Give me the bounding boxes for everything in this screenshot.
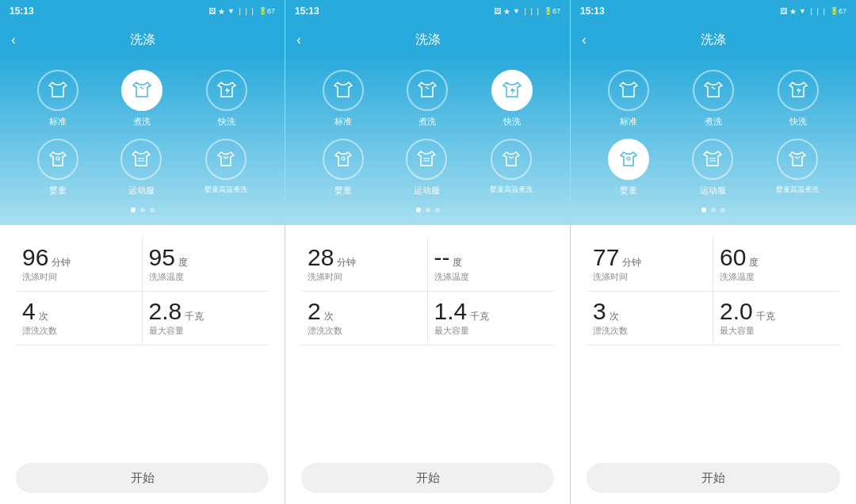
- shirt-icon: [416, 79, 438, 101]
- mode-item-婴童[interactable]: 婴童: [323, 139, 364, 197]
- mode-icon-wrap: [777, 139, 818, 180]
- stat-unit: 度: [178, 256, 188, 269]
- mode-icon-wrap: [608, 139, 649, 180]
- mode-item-快洗[interactable]: 快洗: [491, 70, 533, 128]
- stat-number: 3: [593, 300, 606, 323]
- mode-label: 婴童: [620, 185, 637, 197]
- stat-label: 最大容量: [149, 325, 263, 337]
- start-button-wrapper: 开始: [571, 455, 856, 504]
- stat-label: 洗涤时间: [593, 271, 706, 283]
- modes-row-2: 婴童运动服婴童高温煮洗: [301, 139, 554, 197]
- page-dot-2: [720, 208, 725, 212]
- mode-icon-wrap: [323, 70, 364, 111]
- mode-label: 婴童高温煮洗: [776, 185, 819, 195]
- stat-unit: 度: [749, 256, 759, 269]
- mode-item-婴童高温煮洗[interactable]: 婴童高温煮洗: [490, 139, 533, 197]
- stat-unit: 千克: [756, 310, 775, 323]
- page-title: 洗涤: [415, 32, 441, 48]
- page-dot-0: [416, 208, 421, 212]
- mode-item-煮洗[interactable]: 煮洗: [693, 70, 734, 128]
- status-bar: 15:13 🖼 ★ ▼ ❘❘❘ 🔋67: [0, 0, 285, 22]
- stat-label: 洗涤温度: [720, 271, 834, 283]
- page-dot-0: [701, 208, 706, 212]
- bluetooth-icon: ★: [503, 7, 510, 16]
- stat-label: 漂洗次数: [593, 325, 706, 337]
- page-dot-2: [435, 208, 440, 212]
- status-icons: 🖼 ★ ▼ ❘❘❘ 🔋67: [494, 7, 560, 16]
- stat-unit: 度: [453, 256, 462, 269]
- mode-label: 煮洗: [418, 116, 436, 128]
- stat-value-row: 28分钟: [308, 246, 421, 269]
- shirt-icon: [47, 148, 69, 170]
- page-dot-1: [140, 208, 145, 212]
- start-button[interactable]: 开始: [16, 463, 269, 493]
- stat-value-row: 2.0千克: [720, 300, 834, 323]
- mode-item-煮洗[interactable]: 煮洗: [407, 70, 448, 128]
- mode-item-婴童[interactable]: 婴童: [608, 139, 649, 197]
- stat-label: 最大容量: [720, 325, 834, 337]
- stat-unit: 次: [39, 310, 48, 323]
- modes-area: 标准煮洗快洗婴童运动服婴童高温煮洗: [285, 57, 570, 225]
- mode-icon-wrap: [778, 70, 819, 111]
- stats-grid: 96分钟洗涤时间95度洗涤温度4次漂洗次数2.8千克最大容量: [16, 238, 269, 346]
- stat-label: 洗涤温度: [434, 271, 548, 283]
- stat-cell-洗涤时间: 96分钟洗涤时间: [16, 238, 143, 292]
- mode-item-婴童高温煮洗[interactable]: 婴童高温煮洗: [204, 139, 247, 197]
- start-button[interactable]: 开始: [587, 463, 840, 493]
- page-dot-1: [426, 208, 430, 212]
- mode-icon-wrap: [323, 139, 364, 180]
- mode-item-婴童高温煮洗[interactable]: 婴童高温煮洗: [776, 139, 819, 197]
- mode-item-运动服[interactable]: 运动服: [120, 139, 162, 197]
- stat-value-row: 95度: [149, 246, 263, 269]
- mode-icon-wrap: [407, 70, 448, 111]
- mode-item-运动服[interactable]: 运动服: [692, 139, 733, 197]
- mode-icon-wrap: [37, 139, 78, 180]
- stat-value-row: 1.4千克: [434, 300, 548, 323]
- mode-label: 婴童: [334, 185, 352, 197]
- mode-item-煮洗[interactable]: 煮洗: [121, 70, 162, 128]
- mode-item-快洗[interactable]: 快洗: [206, 70, 247, 128]
- start-button[interactable]: 开始: [301, 463, 554, 493]
- stats-grid: 77分钟洗涤时间60度洗涤温度3次漂洗次数2.0千克最大容量: [587, 238, 840, 346]
- page-dot-0: [131, 208, 136, 212]
- stat-cell-漂洗次数: 3次漂洗次数: [587, 292, 713, 346]
- wifi-icon: ▼: [513, 7, 520, 15]
- bluetooth-icon: ★: [218, 7, 225, 16]
- stat-number: --: [434, 246, 450, 269]
- mode-item-运动服[interactable]: 运动服: [406, 139, 447, 197]
- mode-label: 快洗: [503, 116, 521, 128]
- mode-item-婴童[interactable]: 婴童: [37, 139, 78, 197]
- stat-cell-洗涤温度: 60度洗涤温度: [713, 238, 840, 292]
- back-button[interactable]: ‹: [582, 32, 587, 48]
- shirt-icon: [130, 148, 152, 170]
- stats-area: 28分钟洗涤时间--度洗涤温度2次漂洗次数1.4千克最大容量: [285, 225, 570, 455]
- shirt-icon: [617, 79, 640, 101]
- mode-item-标准[interactable]: 标准: [323, 70, 364, 128]
- stats-area: 77分钟洗涤时间60度洗涤温度3次漂洗次数2.0千克最大容量: [571, 225, 856, 455]
- modes-area: 标准煮洗快洗婴童运动服婴童高温煮洗: [0, 57, 285, 225]
- mode-item-标准[interactable]: 标准: [37, 70, 78, 128]
- mode-item-标准[interactable]: 标准: [608, 70, 649, 128]
- stat-cell-洗涤温度: --度洗涤温度: [428, 238, 555, 292]
- stat-value-row: 77分钟: [593, 246, 706, 269]
- mode-label: 标准: [620, 116, 637, 128]
- stat-label: 漂洗次数: [308, 325, 421, 337]
- modes-row-2: 婴童运动服婴童高温煮洗: [587, 139, 840, 197]
- stat-cell-洗涤时间: 77分钟洗涤时间: [587, 238, 713, 292]
- status-time: 15:13: [10, 6, 34, 17]
- mode-item-快洗[interactable]: 快洗: [778, 70, 819, 128]
- image-icon: 🖼: [208, 7, 216, 15]
- mode-label: 快洗: [789, 116, 807, 128]
- back-button[interactable]: ‹: [296, 32, 301, 48]
- back-button[interactable]: ‹: [11, 32, 16, 48]
- stat-value-row: 96分钟: [22, 246, 136, 269]
- stat-value-row: 3次: [593, 300, 706, 323]
- shirt-icon: [215, 148, 237, 170]
- mode-label: 运动服: [128, 185, 155, 197]
- mode-label: 煮洗: [133, 116, 151, 128]
- mode-icon-wrap: [491, 139, 532, 180]
- mode-icon-wrap: [205, 139, 246, 180]
- shirt-icon: [787, 79, 809, 101]
- shirt-icon: [500, 148, 522, 170]
- stat-label: 洗涤时间: [308, 271, 421, 283]
